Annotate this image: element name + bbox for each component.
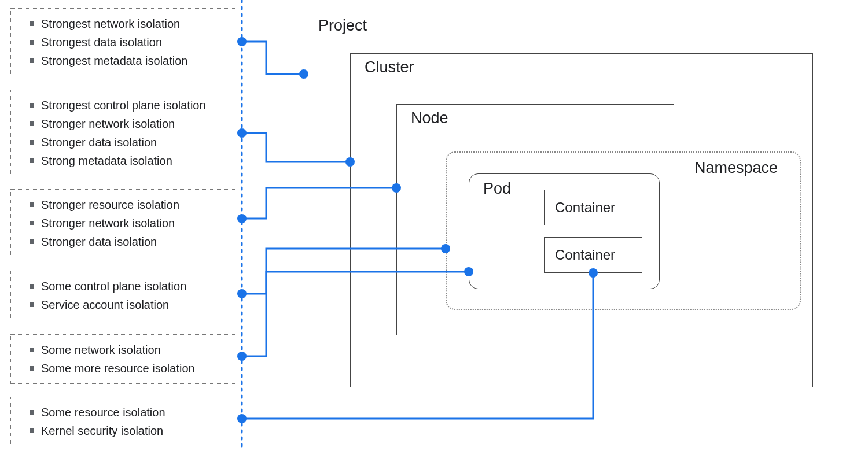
panel-container: Some resource isolation Kernel security …: [10, 397, 236, 446]
svg-point-5: [237, 214, 247, 223]
panel-cluster-item: Stronger network isolation: [21, 114, 225, 133]
box-container-2: Container: [544, 237, 642, 273]
panel-node-item: Stronger data isolation: [21, 232, 225, 251]
panel-container-item: Kernel security isolation: [21, 422, 225, 440]
panel-cluster-item: Stronger data isolation: [21, 133, 225, 151]
panel-cluster-item: Strong metadata isolation: [21, 151, 225, 170]
box-cluster-title: Cluster: [365, 58, 414, 76]
panel-project: Strongest network isolation Strongest da…: [10, 8, 236, 76]
panel-namespace: Some control plane isolation Service acc…: [10, 271, 236, 320]
panel-project-item: Strongest data isolation: [21, 33, 225, 51]
box-container-1-label: Container: [555, 199, 615, 216]
box-container-2-label: Container: [555, 247, 615, 263]
box-node-title: Node: [411, 109, 448, 127]
svg-point-7: [237, 289, 247, 298]
panel-pod: Some network isolation Some more resourc…: [10, 334, 236, 384]
panel-node: Stronger resource isolation Stronger net…: [10, 189, 236, 257]
panel-cluster-item: Strongest control plane isolation: [21, 96, 225, 114]
panel-namespace-item: Some control plane isolation: [21, 277, 225, 295]
svg-point-1: [237, 37, 247, 46]
panel-project-item: Strongest metadata isolation: [21, 51, 225, 70]
panel-namespace-item: Service account isolation: [21, 295, 225, 314]
svg-point-11: [237, 414, 247, 423]
svg-point-3: [237, 128, 247, 138]
panel-pod-item: Some network isolation: [21, 341, 225, 359]
box-project-title: Project: [318, 17, 367, 35]
panel-container-item: Some resource isolation: [21, 403, 225, 422]
panel-pod-item: Some more resource isolation: [21, 359, 225, 378]
box-pod-title: Pod: [483, 180, 511, 198]
panel-node-item: Stronger network isolation: [21, 214, 225, 232]
svg-point-9: [237, 352, 247, 361]
box-container-1: Container: [544, 190, 642, 226]
panel-cluster: Strongest control plane isolation Strong…: [10, 90, 236, 176]
box-namespace-title: Namespace: [694, 159, 778, 177]
panel-project-item: Strongest network isolation: [21, 14, 225, 33]
panel-node-item: Stronger resource isolation: [21, 195, 225, 214]
